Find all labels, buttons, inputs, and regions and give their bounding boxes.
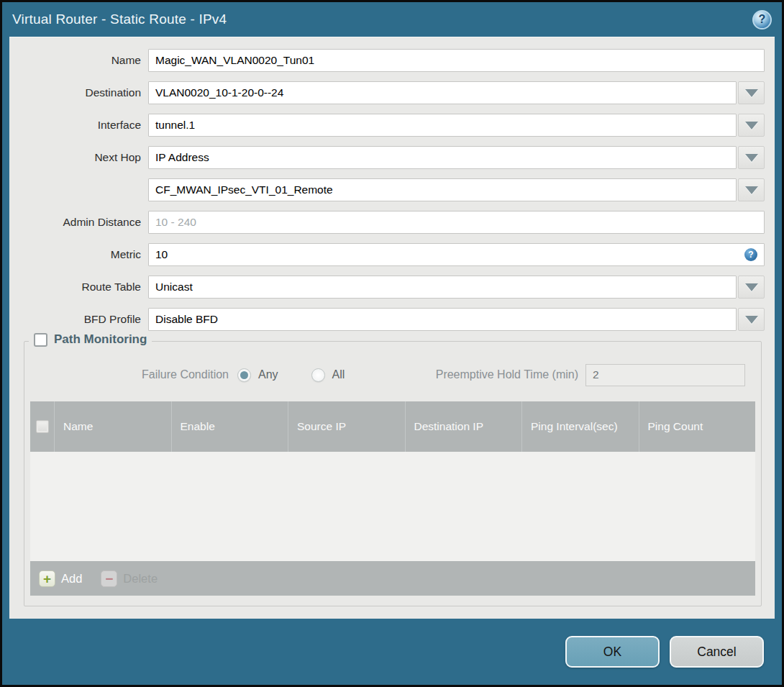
bfd-profile-label: BFD Profile: [9, 313, 148, 326]
failure-condition-any-radio[interactable]: [237, 368, 251, 382]
cancel-button[interactable]: Cancel: [670, 636, 764, 668]
destination-label: Destination: [9, 86, 148, 99]
column-header-label: Ping Interval(sec): [531, 419, 618, 433]
dialog-footer: OK Cancel: [2, 619, 782, 685]
table-footer-bar: + Add − Delete: [30, 561, 755, 596]
metric-input[interactable]: [148, 243, 765, 266]
select-all-checkbox[interactable]: [36, 420, 49, 433]
failure-condition-all-radio[interactable]: [311, 368, 325, 382]
chevron-down-icon: [745, 186, 758, 194]
next-hop-type-input[interactable]: [148, 146, 737, 169]
admin-distance-label: Admin Distance: [9, 216, 148, 229]
ok-button[interactable]: OK: [565, 636, 660, 668]
form-row-next-hop-address: [9, 178, 775, 201]
table-header-select-all: [30, 401, 55, 452]
path-monitoring-title: Path Monitoring: [54, 332, 147, 347]
table-header-row: Name Enable Source IP Destination IP Pin…: [30, 401, 755, 452]
form-row-metric: Metric ?: [9, 243, 775, 266]
next-hop-address-input[interactable]: [148, 178, 737, 201]
destination-dropdown-button[interactable]: [738, 81, 765, 104]
column-header-source-ip[interactable]: Source IP: [288, 401, 406, 452]
form-row-next-hop: Next Hop: [9, 146, 775, 169]
admin-distance-input[interactable]: [148, 211, 765, 234]
failure-condition-all-label: All: [332, 368, 345, 381]
route-table-label: Route Table: [9, 281, 148, 294]
column-header-destination-ip[interactable]: Destination IP: [406, 401, 523, 452]
chevron-down-icon: [745, 154, 758, 162]
interface-label: Interface: [9, 119, 148, 132]
column-header-ping-count[interactable]: Ping Count: [639, 401, 756, 452]
path-monitoring-table: Name Enable Source IP Destination IP Pin…: [30, 401, 755, 596]
path-monitoring-section: Path Monitoring Failure Condition Any Al…: [24, 341, 762, 606]
add-button-label: Add: [61, 572, 82, 586]
next-hop-address-dropdown-button[interactable]: [738, 178, 765, 201]
interface-dropdown-button[interactable]: [738, 114, 765, 137]
next-hop-type-dropdown-button[interactable]: [738, 146, 765, 169]
failure-condition-label: Failure Condition: [24, 368, 237, 381]
dialog-window: Virtual Router - Static Route - IPv4 ? N…: [0, 0, 784, 687]
chevron-down-icon: [745, 89, 758, 97]
interface-input[interactable]: [148, 114, 737, 137]
path-monitoring-checkbox[interactable]: [34, 333, 47, 347]
form-row-bfd-profile: BFD Profile: [9, 308, 775, 331]
info-icon[interactable]: ?: [744, 248, 757, 261]
preemptive-hold-time-label: Preemptive Hold Time (min): [436, 368, 585, 381]
failure-condition-row: Failure Condition Any All Preemptive Hol…: [24, 363, 754, 386]
delete-button-label: Delete: [123, 572, 158, 586]
chevron-down-icon: [745, 316, 758, 324]
chevron-down-icon: [745, 122, 758, 129]
metric-label: Metric: [9, 248, 148, 261]
name-input[interactable]: [148, 49, 765, 72]
bfd-profile-dropdown-button[interactable]: [738, 308, 765, 331]
destination-input[interactable]: [148, 81, 737, 104]
column-header-label: Name: [63, 419, 93, 433]
failure-condition-any-label: Any: [258, 368, 278, 381]
radio-selected-dot: [240, 371, 248, 379]
minus-icon: −: [101, 570, 117, 587]
dialog-title: Virtual Router - Static Route - IPv4: [12, 12, 227, 27]
column-header-ping-interval[interactable]: Ping Interval(sec): [522, 401, 639, 452]
route-table-input[interactable]: [148, 276, 737, 299]
column-header-label: Enable: [181, 419, 215, 433]
column-header-label: Destination IP: [414, 419, 484, 433]
form-row-name: Name: [9, 49, 775, 72]
help-icon[interactable]: ?: [752, 10, 772, 29]
next-hop-label: Next Hop: [9, 151, 148, 164]
preemptive-hold-time-input[interactable]: [585, 364, 745, 386]
plus-icon: +: [39, 570, 55, 587]
form-row-route-table: Route Table: [9, 276, 775, 299]
name-label: Name: [9, 54, 148, 67]
column-header-label: Ping Count: [648, 419, 703, 433]
column-header-label: Source IP: [297, 419, 346, 433]
form-row-destination: Destination: [9, 81, 775, 104]
form-row-admin-distance: Admin Distance: [9, 211, 775, 234]
column-header-enable[interactable]: Enable: [172, 401, 289, 452]
chevron-down-icon: [745, 283, 758, 291]
bfd-profile-input[interactable]: [148, 308, 737, 331]
form-row-interface: Interface: [9, 114, 775, 137]
add-button[interactable]: + Add: [39, 570, 82, 587]
dialog-titlebar: Virtual Router - Static Route - IPv4 ?: [2, 2, 782, 37]
route-table-dropdown-button[interactable]: [738, 276, 765, 299]
dialog-body: Name Destination Interface: [9, 37, 775, 619]
column-header-name[interactable]: Name: [55, 401, 172, 452]
table-body-empty: [30, 452, 755, 561]
path-monitoring-toggle[interactable]: Path Monitoring: [29, 332, 152, 347]
delete-button[interactable]: − Delete: [101, 570, 158, 587]
